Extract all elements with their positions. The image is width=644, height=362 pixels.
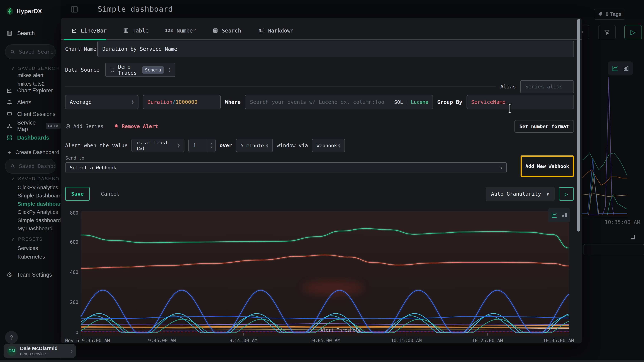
dashboard-item[interactable]: Simple dashboard xyxy=(18,217,61,223)
send-to-label: Send to xyxy=(66,156,84,161)
sidebar-item-search[interactable]: Search xyxy=(0,28,61,38)
alias-row: Alias xyxy=(65,80,574,93)
preset-item[interactable]: Kubernetes xyxy=(18,254,45,260)
sidebar-item-alerts[interactable]: Alerts xyxy=(0,96,61,108)
chart-type-toggle[interactable] xyxy=(548,208,570,222)
threshold-value-input[interactable]: ∧∨ xyxy=(188,139,216,152)
alert-bell-icon xyxy=(114,124,119,129)
line-chart-icon[interactable] xyxy=(551,212,558,218)
tab-markdown[interactable]: M↓ Markdown xyxy=(258,27,294,34)
sidebar-collapse-icon[interactable] xyxy=(70,5,79,13)
y-axis-tick: 800 xyxy=(65,210,78,216)
tag-icon xyxy=(598,12,603,17)
background-input[interactable] xyxy=(584,244,644,255)
divider xyxy=(65,86,496,87)
plot-area[interactable]: Alert Threshold xyxy=(81,211,569,337)
dashboard-item[interactable]: Simple Dashboard xyxy=(18,193,62,199)
aggregation-select[interactable]: Average ∧∨ xyxy=(65,95,138,109)
service-map-icon xyxy=(6,123,12,129)
circle-plus-icon xyxy=(65,124,70,129)
group-by-input[interactable]: ServiceName xyxy=(466,95,574,109)
laptop-icon xyxy=(6,111,12,117)
saved-searches-input[interactable] xyxy=(5,44,56,59)
number-stepper[interactable]: ∧∨ xyxy=(207,139,215,152)
add-series-button[interactable]: Add Series xyxy=(65,124,104,129)
background-play-button[interactable]: ▷ xyxy=(624,25,642,39)
tags-button[interactable]: 0 Tags xyxy=(594,8,626,20)
modal-scrollbar xyxy=(577,19,580,342)
dashboard-item-active[interactable]: Simple dashboard xyxy=(18,201,64,207)
send-to-section: Send to Select a Webhook ∨ Add New Webho… xyxy=(65,156,574,178)
remove-alert-button[interactable]: Remove Alert xyxy=(114,124,158,129)
line-chart-icon[interactable] xyxy=(612,65,619,72)
tab-line-bar[interactable]: Line/Bar xyxy=(72,27,107,34)
chevron-down-icon: ∨ xyxy=(500,166,502,170)
sidebar-item-team-settings[interactable]: ⚙ Team Settings xyxy=(6,270,52,279)
chart-name-input[interactable] xyxy=(97,41,574,57)
tab-number[interactable]: 123 Number xyxy=(165,27,196,34)
sidebar-item-service-map[interactable]: Service Map BETA xyxy=(0,120,61,132)
bar-chart-icon[interactable] xyxy=(623,65,629,71)
chevron-down-icon: ∨ xyxy=(11,237,15,242)
tab-table[interactable]: Table xyxy=(123,27,149,34)
bar-chart-icon[interactable] xyxy=(562,212,568,218)
group-by-label: Group By xyxy=(437,99,462,105)
filter-button[interactable] xyxy=(598,25,616,39)
x-axis-tick: 10:25:00 AM xyxy=(472,338,503,343)
background-chart-type-toggle[interactable] xyxy=(608,61,633,75)
comparator-select[interactable]: is at least (≥) ∧∨ xyxy=(132,139,184,152)
dashboard-item[interactable]: ClickPy Analytics xyxy=(18,184,58,190)
chart-line-icon xyxy=(6,88,12,94)
select-chevrons-icon: ∧∨ xyxy=(178,144,180,148)
webhook-select[interactable]: Select a Webhook ∨ xyxy=(66,162,506,173)
search-icon xyxy=(10,164,16,169)
field-input[interactable]: Duration/1000000 xyxy=(143,95,221,109)
saved-dashboards-input[interactable] xyxy=(5,159,56,174)
divider xyxy=(0,39,61,39)
dashboard-item[interactable]: ClickPy Analytics xyxy=(18,209,58,215)
create-dashboard-button[interactable]: + Create Dashboard xyxy=(8,148,59,157)
series-actions-row: Add Series Remove Alert Set number forma… xyxy=(65,120,574,133)
set-number-format-button[interactable]: Set number format xyxy=(514,120,574,133)
brand-name: HyperDX xyxy=(16,8,42,15)
window-select[interactable]: 5 minute ∧∨ xyxy=(236,139,273,152)
run-chart-button[interactable]: ▷ xyxy=(559,187,574,201)
saved-searches-header[interactable]: ∨ SAVED SEARCHES xyxy=(11,66,60,71)
lucene-toggle[interactable]: Lucene xyxy=(411,99,428,105)
sidebar-item-chart-explorer[interactable]: Chart Explorer xyxy=(0,85,61,96)
sql-toggle[interactable]: SQL xyxy=(394,99,403,105)
resize-handle-icon[interactable] xyxy=(631,235,635,239)
x-axis-tick: Nov 6 9:35:00 AM xyxy=(65,338,110,343)
presets-header[interactable]: ∨ PRESETS xyxy=(11,237,60,242)
select-chevrons-icon: ∧∨ xyxy=(132,100,134,104)
help-button[interactable]: ? xyxy=(5,331,18,344)
channel-select[interactable]: Webhook ∧∨ xyxy=(312,139,345,152)
chevron-down-icon: ∨ xyxy=(546,191,549,196)
data-source-select[interactable]: Demo Traces Schema ∧∨ xyxy=(105,63,175,77)
x-axis-tick: 10:05:00 AM xyxy=(310,338,340,343)
tab-search[interactable]: Search xyxy=(212,27,241,34)
add-new-webhook-button[interactable]: Add New Webhook xyxy=(520,156,574,177)
dashboard-item[interactable]: My Dashboard xyxy=(18,225,52,232)
chevron-down-icon: ∨ xyxy=(11,66,15,71)
x-axis-tick: 10:35:00 AM xyxy=(543,338,574,343)
brand[interactable]: HyperDX xyxy=(6,7,42,15)
select-chevrons-icon: ∧∨ xyxy=(169,68,171,72)
preset-item[interactable]: Services xyxy=(18,245,38,251)
sidebar-item-client-sessions[interactable]: Client Sessions xyxy=(0,108,61,120)
granularity-select[interactable]: Auto Granularity ∨ xyxy=(486,187,554,201)
hyperdx-logo-icon xyxy=(6,7,14,15)
user-card[interactable]: DM Dale McDiarmid demo-service - › xyxy=(4,344,76,358)
data-source-label: Data Source xyxy=(65,67,100,73)
saved-search-item[interactable]: mikes alert xyxy=(18,72,44,78)
scrollbar-thumb[interactable] xyxy=(577,19,580,232)
cancel-button[interactable]: Cancel xyxy=(101,191,120,197)
alias-input[interactable] xyxy=(520,80,574,93)
sidebar-item-dashboards[interactable]: Dashboards xyxy=(0,132,61,144)
where-label: Where xyxy=(225,99,240,105)
saved-dashboards-header[interactable]: ∨ SAVED DASHBOARDS xyxy=(11,176,60,181)
chart-preview: 800 600 400 200 0 xyxy=(65,211,574,344)
where-search-input[interactable]: SQL | Lucene xyxy=(245,95,433,109)
save-button[interactable]: Save xyxy=(65,187,90,201)
chart-name-label: Chart Name xyxy=(65,46,96,52)
